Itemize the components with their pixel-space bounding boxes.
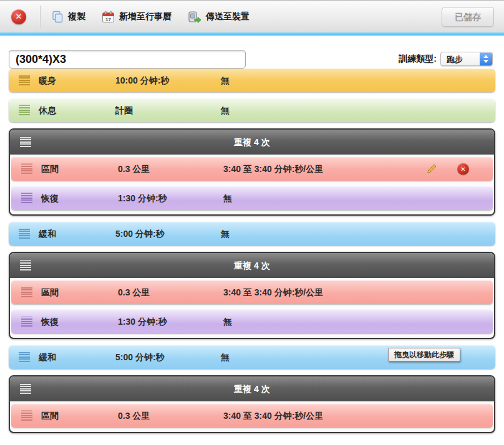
edit-icon[interactable] — [425, 163, 438, 175]
step-name: 恢復 — [41, 310, 59, 333]
step-duration: 10:00 分钟:秒 — [115, 69, 169, 92]
drag-handle-icon[interactable] — [21, 193, 32, 204]
step-duration: 0.3 公里 — [118, 404, 150, 428]
toolbar-buttons: 複製 17 新增至行事曆 — [51, 1, 250, 33]
add-to-calendar-label: 新增至行事曆 — [119, 11, 172, 22]
repeat-header-row[interactable]: 重複 4 次 — [10, 130, 494, 155]
step-row-cooldown[interactable]: 緩和 5:00 分钟:秒 無 拖曳以移動此步驟 — [9, 345, 495, 369]
toolbar: ✕ 複製 17 — [0, 0, 504, 32]
repeat-title: 重複 4 次 — [10, 253, 494, 278]
step-name: 暖身 — [39, 69, 56, 92]
step-duration: 5:00 分钟:秒 — [115, 345, 165, 369]
step-target: 3:40 至 3:40 分钟:秒/公里 — [223, 404, 323, 428]
step-row-warmup[interactable]: 暖身 10:00 分钟:秒 無 — [9, 69, 495, 92]
copy-label: 複製 — [68, 11, 85, 22]
training-type: 訓練類型: 跑步 — [399, 52, 493, 66]
step-duration: 1:30 分钟:秒 — [118, 186, 167, 210]
drag-handle-icon[interactable] — [21, 317, 32, 327]
step-duration: 0.3 公里 — [118, 280, 150, 304]
step-name: 緩和 — [39, 222, 56, 246]
repeat-header-row[interactable]: 重複 4 次 — [10, 253, 494, 278]
calendar-icon: 17 — [102, 11, 115, 23]
step-name: 緩和 — [39, 345, 56, 369]
training-type-label: 訓練類型: — [399, 54, 437, 65]
training-type-select[interactable]: 跑步 — [440, 52, 493, 66]
step-name: 恢復 — [41, 186, 59, 210]
drag-tooltip: 拖曳以移動此步驟 — [388, 348, 460, 361]
repeat-title: 重複 4 次 — [10, 376, 494, 401]
workout-step-list: 訓練類型: 跑步 暖身 10:00 分钟:秒 無 休息 計圈 無 — [0, 36, 504, 433]
step-row-interval[interactable]: 區間 0.3 公里 3:40 至 3:40 分钟:秒/公里 — [11, 280, 493, 304]
workout-name-input[interactable] — [9, 50, 246, 69]
repeat-title: 重複 4 次 — [10, 130, 494, 155]
drag-handle-icon[interactable] — [19, 105, 30, 116]
step-target: 無 — [221, 98, 230, 122]
step-row-interval[interactable]: 區間 0.3 公里 3:40 至 3:40 分钟:秒/公里 ✕ — [11, 157, 493, 181]
drag-handle-icon[interactable] — [19, 75, 30, 86]
delete-icon[interactable]: ✕ — [457, 163, 469, 175]
step-target: 無 — [223, 310, 232, 333]
chevron-up-down-icon — [480, 52, 492, 65]
step-target: 無 — [221, 222, 230, 246]
training-type-value: 跑步 — [447, 54, 463, 65]
drag-handle-icon[interactable] — [19, 229, 30, 239]
send-to-device-icon — [188, 11, 201, 23]
step-duration: 0.3 公里 — [118, 157, 150, 181]
step-name: 區間 — [41, 404, 59, 428]
copy-button[interactable]: 複製 — [51, 11, 85, 23]
repeat-group: 重複 4 次 區間 0.3 公里 3:40 至 3:40 分钟:秒/公里 — [9, 375, 495, 433]
drag-handle-icon[interactable] — [19, 352, 30, 363]
close-icon[interactable]: ✕ — [11, 9, 26, 24]
workout-header: 訓練類型: 跑步 — [9, 36, 495, 69]
svg-text:17: 17 — [105, 17, 111, 22]
copy-icon — [51, 11, 64, 23]
step-target: 無 — [223, 186, 232, 210]
drag-handle-icon[interactable] — [21, 164, 32, 175]
repeat-header-row[interactable]: 重複 4 次 — [10, 376, 494, 401]
step-row-rest[interactable]: 休息 計圈 無 — [9, 98, 495, 122]
step-target: 3:40 至 3:40 分钟:秒/公里 — [223, 280, 323, 304]
step-row-interval[interactable]: 區間 0.3 公里 3:40 至 3:40 分钟:秒/公里 — [11, 404, 493, 428]
step-duration: 計圈 — [115, 98, 133, 122]
send-to-device-label: 傳送至裝置 — [206, 11, 250, 22]
drag-handle-icon[interactable] — [21, 287, 32, 298]
saved-button[interactable]: 已儲存 — [442, 7, 494, 27]
send-to-device-button[interactable]: 傳送至裝置 — [188, 11, 250, 23]
step-row-recovery[interactable]: 恢復 1:30 分钟:秒 無 — [11, 310, 493, 333]
workout-editor-window: ✕ 複製 17 — [0, 0, 504, 445]
add-to-calendar-button[interactable]: 17 新增至行事曆 — [102, 11, 172, 23]
step-target: 無 — [221, 69, 230, 92]
step-name: 區間 — [41, 280, 59, 304]
step-duration: 5:00 分钟:秒 — [115, 222, 165, 246]
step-target: 3:40 至 3:40 分钟:秒/公里 — [223, 157, 323, 181]
step-name: 區間 — [41, 157, 59, 181]
step-row-recovery[interactable]: 恢復 1:30 分钟:秒 無 — [11, 186, 493, 210]
step-duration: 1:30 分钟:秒 — [118, 310, 167, 333]
step-row-cooldown[interactable]: 緩和 5:00 分钟:秒 無 — [9, 222, 495, 246]
toolbar-divider — [40, 6, 41, 28]
step-name: 休息 — [39, 98, 56, 122]
drag-handle-icon[interactable] — [21, 411, 32, 421]
step-target: 無 — [221, 345, 230, 369]
repeat-group: 重複 4 次 區間 0.3 公里 3:40 至 3:40 分钟:秒/公里 恢復 … — [9, 252, 495, 339]
repeat-group: 重複 4 次 區間 0.3 公里 3:40 至 3:40 分钟:秒/公里 ✕ 恢… — [9, 128, 495, 216]
